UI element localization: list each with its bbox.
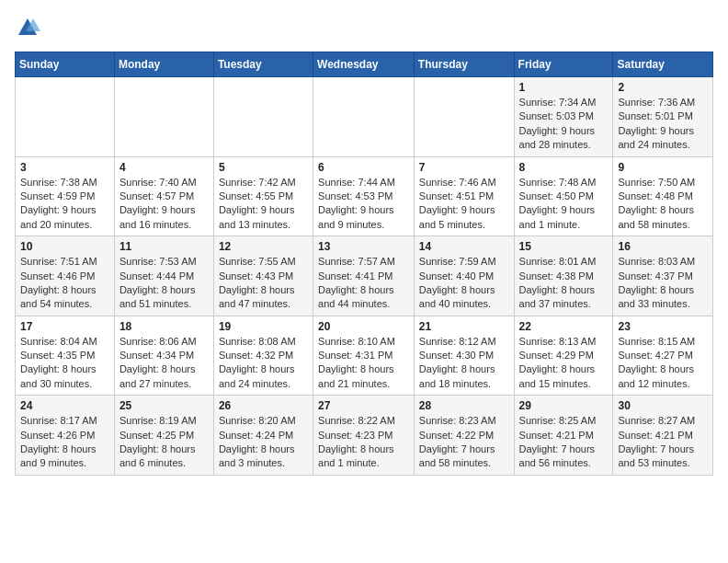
sunset: Sunset: 5:01 PM [618,110,692,121]
daylight: Daylight: 8 hours and 6 minutes. [119,443,196,468]
calendar-cell: 19Sunrise: 8:08 AMSunset: 4:32 PMDayligh… [213,316,313,396]
sunset: Sunset: 4:57 PM [119,190,194,201]
daylight: Daylight: 9 hours and 1 minute. [519,204,596,229]
daylight: Daylight: 8 hours and 9 minutes. [20,443,97,468]
calendar-cell: 21Sunrise: 8:12 AMSunset: 4:30 PMDayligh… [414,316,514,396]
day-info: Sunrise: 7:38 AMSunset: 4:59 PMDaylight:… [20,176,109,233]
calendar-cell [313,77,415,157]
calendar-cell: 16Sunrise: 8:03 AMSunset: 4:37 PMDayligh… [613,236,713,316]
sunset: Sunset: 5:03 PM [519,110,594,121]
day-number: 18 [119,320,209,333]
calendar-cell: 10Sunrise: 7:51 AMSunset: 4:46 PMDayligh… [16,236,115,316]
sunset: Sunset: 4:24 PM [219,430,293,441]
sunrise: Sunrise: 8:03 AM [618,256,695,267]
calendar-week-2: 3Sunrise: 7:38 AMSunset: 4:59 PMDaylight… [16,156,713,236]
day-info: Sunrise: 7:50 AMSunset: 4:48 PMDaylight:… [618,176,708,233]
sunrise: Sunrise: 8:17 AM [20,415,97,426]
calendar-cell: 29Sunrise: 8:25 AMSunset: 4:21 PMDayligh… [514,396,613,476]
sunrise: Sunrise: 8:15 AM [618,336,695,347]
day-number: 1 [519,81,609,94]
sunrise: Sunrise: 7:53 AM [119,256,197,267]
day-number: 9 [618,161,708,174]
day-number: 27 [318,399,409,412]
daylight: Daylight: 8 hours and 1 minute. [318,443,394,468]
day-info: Sunrise: 8:20 AMSunset: 4:24 PMDaylight:… [219,414,308,471]
daylight: Daylight: 8 hours and 24 minutes. [219,363,295,388]
calendar-cell: 30Sunrise: 8:27 AMSunset: 4:21 PMDayligh… [613,396,713,476]
calendar-cell: 1Sunrise: 7:34 AMSunset: 5:03 PMDaylight… [514,77,613,157]
daylight: Daylight: 7 hours and 58 minutes. [419,443,495,468]
calendar-cell: 2Sunrise: 7:36 AMSunset: 5:01 PMDaylight… [613,77,713,157]
day-number: 21 [419,320,509,333]
daylight: Daylight: 9 hours and 20 minutes. [20,204,97,229]
day-info: Sunrise: 8:27 AMSunset: 4:21 PMDaylight:… [618,414,708,471]
day-number: 5 [219,161,308,174]
calendar-cell: 11Sunrise: 7:53 AMSunset: 4:44 PMDayligh… [114,236,213,316]
weekday-header-sunday: Sunday [16,52,115,77]
daylight: Daylight: 9 hours and 5 minutes. [419,204,495,229]
day-number: 10 [20,240,109,253]
calendar-cell: 23Sunrise: 8:15 AMSunset: 4:27 PMDayligh… [613,316,713,396]
day-number: 26 [219,399,308,412]
calendar-cell: 27Sunrise: 8:22 AMSunset: 4:23 PMDayligh… [313,396,415,476]
sunrise: Sunrise: 7:50 AM [618,177,695,188]
day-info: Sunrise: 7:34 AMSunset: 5:03 PMDaylight:… [519,96,609,153]
day-info: Sunrise: 7:40 AMSunset: 4:57 PMDaylight:… [119,176,209,233]
sunset: Sunset: 4:21 PM [618,430,692,441]
day-number: 12 [219,240,308,253]
day-info: Sunrise: 7:48 AMSunset: 4:50 PMDaylight:… [519,176,609,233]
sunset: Sunset: 4:23 PM [318,430,392,441]
daylight: Daylight: 9 hours and 13 minutes. [219,204,295,229]
sunrise: Sunrise: 8:20 AM [219,415,296,426]
calendar-cell: 18Sunrise: 8:06 AMSunset: 4:34 PMDayligh… [114,316,213,396]
daylight: Daylight: 8 hours and 15 minutes. [519,363,596,388]
sunset: Sunset: 4:41 PM [318,270,392,282]
day-number: 29 [519,399,609,412]
calendar-cell: 26Sunrise: 8:20 AMSunset: 4:24 PMDayligh… [213,396,313,476]
sunrise: Sunrise: 8:06 AM [119,336,197,347]
sunset: Sunset: 4:53 PM [318,190,392,201]
day-info: Sunrise: 8:01 AMSunset: 4:38 PMDaylight:… [519,255,609,312]
day-info: Sunrise: 8:15 AMSunset: 4:27 PMDaylight:… [618,335,708,392]
sunrise: Sunrise: 7:48 AM [519,177,597,188]
sunrise: Sunrise: 7:38 AM [20,177,97,188]
day-number: 17 [20,320,109,333]
calendar-cell: 24Sunrise: 8:17 AMSunset: 4:26 PMDayligh… [16,396,115,476]
day-info: Sunrise: 8:13 AMSunset: 4:29 PMDaylight:… [519,335,609,392]
weekday-header-thursday: Thursday [414,52,514,77]
day-number: 3 [20,161,109,174]
weekday-row: SundayMondayTuesdayWednesdayThursdayFrid… [16,52,713,77]
daylight: Daylight: 9 hours and 28 minutes. [519,125,596,150]
calendar-cell: 13Sunrise: 7:57 AMSunset: 4:41 PMDayligh… [313,236,415,316]
day-info: Sunrise: 7:59 AMSunset: 4:40 PMDaylight:… [419,255,509,312]
calendar-cell: 3Sunrise: 7:38 AMSunset: 4:59 PMDaylight… [16,156,115,236]
sunset: Sunset: 4:43 PM [219,270,293,282]
sunrise: Sunrise: 8:22 AM [318,415,395,426]
day-number: 8 [519,161,609,174]
calendar-cell: 25Sunrise: 8:19 AMSunset: 4:25 PMDayligh… [114,396,213,476]
day-number: 30 [618,399,708,412]
calendar-cell: 9Sunrise: 7:50 AMSunset: 4:48 PMDaylight… [613,156,713,236]
calendar-cell: 15Sunrise: 8:01 AMSunset: 4:38 PMDayligh… [514,236,613,316]
sunrise: Sunrise: 8:13 AM [519,336,597,347]
day-number: 14 [419,240,509,253]
sunrise: Sunrise: 8:23 AM [419,415,496,426]
day-info: Sunrise: 7:51 AMSunset: 4:46 PMDaylight:… [20,255,109,312]
calendar-body: 1Sunrise: 7:34 AMSunset: 5:03 PMDaylight… [16,77,713,476]
sunrise: Sunrise: 8:27 AM [618,415,695,426]
sunset: Sunset: 4:25 PM [119,430,194,441]
daylight: Daylight: 8 hours and 12 minutes. [618,363,694,388]
day-number: 23 [618,320,708,333]
calendar-cell: 7Sunrise: 7:46 AMSunset: 4:51 PMDaylight… [414,156,514,236]
calendar-cell: 6Sunrise: 7:44 AMSunset: 4:53 PMDaylight… [313,156,415,236]
logo [15,15,44,40]
sunrise: Sunrise: 8:25 AM [519,415,597,426]
sunset: Sunset: 4:50 PM [519,190,594,201]
sunset: Sunset: 4:35 PM [20,350,95,361]
day-info: Sunrise: 8:04 AMSunset: 4:35 PMDaylight:… [20,335,109,392]
daylight: Daylight: 8 hours and 30 minutes. [20,363,97,388]
calendar-week-3: 10Sunrise: 7:51 AMSunset: 4:46 PMDayligh… [16,236,713,316]
day-info: Sunrise: 8:25 AMSunset: 4:21 PMDaylight:… [519,414,609,471]
day-info: Sunrise: 8:08 AMSunset: 4:32 PMDaylight:… [219,335,308,392]
sunset: Sunset: 4:59 PM [20,190,95,201]
